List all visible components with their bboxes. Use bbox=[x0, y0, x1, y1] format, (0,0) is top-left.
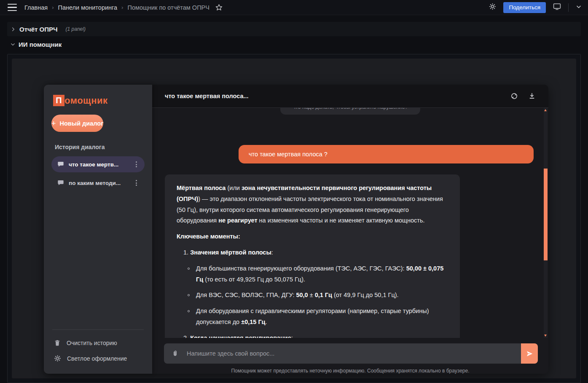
kebab-menu-icon[interactable] bbox=[134, 160, 139, 169]
row-report-title: Отчёт ОПРЧ bbox=[19, 26, 58, 33]
chat-header: что такое мертвая полоса... bbox=[152, 85, 548, 108]
chevron-right-icon bbox=[11, 27, 16, 32]
clipped-message-bubble: что надо делать, чтобы устранить нарушен… bbox=[280, 108, 420, 115]
row-ai-assistant[interactable]: ИИ помощник bbox=[7, 39, 62, 49]
row-report-panel-count: (1 panel) bbox=[66, 26, 86, 32]
history-section-label: История диалога bbox=[55, 144, 152, 150]
breadcrumb-dashboards[interactable]: Панели мониторинга bbox=[58, 4, 118, 11]
chevron-right-icon: › bbox=[52, 4, 54, 11]
hamburger-menu-icon[interactable] bbox=[8, 4, 17, 11]
download-icon[interactable] bbox=[528, 92, 536, 100]
user-message-bubble: что такое мертвая полоса ? bbox=[239, 145, 534, 163]
history-item[interactable]: что такое мертв... bbox=[51, 156, 145, 172]
app-logo: Помощник bbox=[53, 95, 152, 106]
question-input[interactable] bbox=[187, 350, 521, 357]
light-theme-label: Светлое оформление bbox=[67, 355, 127, 362]
chevron-down-icon bbox=[11, 42, 15, 47]
top-nav: Главная › Панели мониторинга › Помощник … bbox=[0, 0, 588, 15]
chat-main: что такое мертвая полоса... что надо bbox=[152, 85, 548, 374]
kebab-menu-icon[interactable] bbox=[134, 178, 139, 187]
history-item[interactable]: по каким методи... bbox=[51, 175, 145, 191]
attach-paperclip-icon[interactable] bbox=[164, 350, 179, 358]
scroll-down-arrow-icon[interactable] bbox=[544, 335, 547, 337]
paper-plane-icon bbox=[526, 350, 533, 357]
logo-letter-box: П bbox=[53, 95, 64, 106]
ai-assistant-panel: Помощник + Новый диалог История диалога … bbox=[7, 54, 581, 383]
settings-gear-icon[interactable] bbox=[489, 3, 497, 12]
panel-content: Помощник + Новый диалог История диалога … bbox=[12, 59, 576, 378]
share-button[interactable]: Поделиться bbox=[503, 2, 546, 13]
trash-icon bbox=[54, 339, 61, 346]
new-dialog-label: Новый диалог bbox=[60, 120, 104, 127]
favorite-star-icon[interactable] bbox=[215, 4, 223, 11]
refresh-icon[interactable] bbox=[510, 92, 518, 100]
chevron-right-icon: › bbox=[121, 4, 123, 11]
history-item-label: по каким методи... bbox=[69, 180, 121, 186]
chat-title: что такое мертвая полоса... bbox=[165, 93, 249, 99]
chat-scrollbar[interactable] bbox=[544, 108, 548, 338]
scrollbar-thumb[interactable] bbox=[544, 169, 548, 260]
row-report-oprch[interactable]: Отчёт ОПРЧ (1 panel) bbox=[7, 22, 581, 36]
chat-sidebar: Помощник + Новый диалог История диалога … bbox=[44, 85, 152, 374]
assistant-message: Мёртвая полоса (или зона нечувствительно… bbox=[165, 174, 460, 338]
row-ai-assistant-title: ИИ помощник bbox=[19, 41, 62, 48]
plus-icon: + bbox=[51, 120, 56, 127]
breadcrumb: Главная › Панели мониторинга › Помощник … bbox=[24, 4, 209, 11]
chat-app: Помощник + Новый диалог История диалога … bbox=[44, 85, 548, 374]
send-button[interactable] bbox=[521, 343, 538, 364]
chat-bubble-icon bbox=[57, 161, 64, 168]
messages-viewport: что надо делать, чтобы устранить нарушен… bbox=[152, 108, 548, 338]
light-theme-toggle[interactable]: Светлое оформление bbox=[52, 355, 144, 362]
chat-bubble-icon bbox=[57, 179, 64, 186]
clear-history-label: Очистить историю bbox=[67, 340, 117, 346]
scroll-up-arrow-icon[interactable] bbox=[544, 109, 547, 111]
sidebar-footer: Очистить историю Светлое оформление bbox=[52, 329, 144, 374]
logo-text: омощник bbox=[64, 95, 107, 106]
disclaimer-text: Помощник может предоставлять неточную ин… bbox=[152, 368, 548, 374]
theme-sun-gear-icon bbox=[54, 355, 61, 362]
chevron-down-icon[interactable] bbox=[575, 3, 582, 12]
breadcrumb-home[interactable]: Главная bbox=[24, 4, 48, 11]
new-dialog-button[interactable]: + Новый диалог bbox=[51, 115, 103, 132]
clear-history-button[interactable]: Очистить историю bbox=[52, 339, 144, 346]
message-input-row bbox=[164, 343, 538, 364]
toolbar-divider bbox=[568, 3, 569, 12]
tv-monitor-icon[interactable] bbox=[553, 2, 561, 13]
history-item-label: что такое мертв... bbox=[69, 161, 118, 168]
breadcrumb-current: Помощник по отчётам ОПРЧ bbox=[127, 4, 209, 11]
sidebar-divider bbox=[52, 329, 144, 330]
